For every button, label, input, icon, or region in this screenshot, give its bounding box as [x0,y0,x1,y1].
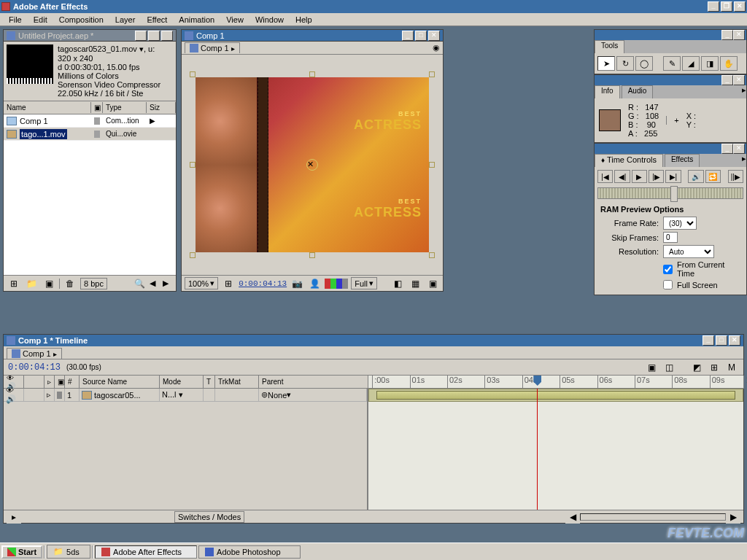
prev-frame-button[interactable]: ◀| [614,170,630,183]
skip-frames-input[interactable] [663,232,678,243]
project-close-button[interactable]: ✕ [161,31,173,41]
resolution-dropdown[interactable]: Full ▾ [351,277,377,289]
3d-view-icon[interactable]: ▣ [425,277,440,290]
expand-toggle[interactable]: ▹ [44,389,55,401]
info-flyout-icon[interactable]: ▸ [742,85,746,98]
layer-trkmat-dropdown[interactable] [215,389,259,401]
timeline-title[interactable]: Comp 1 * Timeline _ □ ✕ [4,335,743,346]
current-time-indicator[interactable] [537,389,538,510]
layer-mode-dropdown[interactable]: N...l ▾ [160,389,204,401]
viewer-maximize-button[interactable]: □ [415,31,427,41]
orbit-tool-icon[interactable]: ◯ [635,56,653,71]
expand-all-icon[interactable]: ▸ [7,510,21,524]
roi-icon[interactable]: ◧ [390,277,405,290]
safe-zones-icon[interactable]: ⊞ [221,277,236,290]
menu-edit[interactable]: Edit [28,14,53,26]
col-size[interactable]: Siz [147,102,176,113]
menu-view[interactable]: View [220,14,249,26]
menu-window[interactable]: Window [249,14,290,26]
project-panel-title[interactable]: Untitled Project.aep * _ □ ✕ [4,30,176,42]
viewer-canvas[interactable]: BESTACTRESS BESTACTRESS ✕ [182,55,443,275]
info-close-button[interactable]: ✕ [733,75,745,85]
first-frame-button[interactable]: |◀ [597,170,613,183]
restore-button[interactable]: ❐ [721,1,732,12]
info-minimize-button[interactable]: _ [721,75,733,85]
timeline-minimize-button[interactable]: _ [703,335,714,346]
channel-buttons[interactable] [325,279,348,289]
composition-preview[interactable]: BESTACTRESS BESTACTRESS ✕ [196,77,429,252]
shy-icon[interactable]: ◩ [689,361,704,374]
selection-tool-icon[interactable]: ➤ [597,56,615,71]
from-current-time-checkbox[interactable] [663,265,673,274]
next-frame-button[interactable]: |▶ [649,170,664,183]
viewer-popup-icon[interactable]: ◉ [433,43,440,52]
menu-composition[interactable]: Composition [53,14,109,26]
col-label-icon[interactable]: ▣ [91,102,103,113]
layer-label[interactable] [55,389,65,401]
label-swatch[interactable] [94,117,100,125]
timeline-maximize-button[interactable]: □ [716,335,727,346]
tab-time-controls[interactable]: ♦ Time Controls [595,154,663,167]
time-ruler[interactable]: :00s 01s 02s 03s 04s 05s 06s 07s 08s 09s… [368,376,743,389]
timeline-close-button[interactable]: ✕ [729,335,740,346]
frame-rate-dropdown[interactable]: (30) [663,217,697,230]
menu-help[interactable]: Help [290,14,318,26]
av-toggle[interactable]: 👁🔊 [4,389,24,401]
transparency-grid-icon[interactable]: ▦ [408,277,422,290]
menu-layer[interactable]: Layer [109,14,142,26]
tools-minimize-button[interactable]: _ [721,30,733,40]
quick-launch-folder[interactable]: 📁5ds [47,545,90,559]
loop-button[interactable]: 🔁 [705,170,721,183]
motion-blur-icon[interactable]: M [724,361,739,374]
layer-1-track[interactable] [368,389,743,402]
layer-parent-dropdown[interactable]: ⊚ None ▾ [259,389,367,401]
play-button[interactable]: ▶ [632,170,647,183]
jog-shuttle[interactable] [597,187,743,199]
eraser-tool-icon[interactable]: ◨ [701,56,719,71]
trash-icon[interactable]: 🗑 [63,277,77,290]
project-row-comp[interactable]: Comp 1 Com...tion ▶ [4,114,176,128]
col-name[interactable]: Name [4,102,91,113]
project-maximize-button[interactable]: □ [148,31,160,41]
timeline-tracks[interactable] [368,389,743,510]
task-after-effects[interactable]: Adobe After Effects [95,545,197,559]
col-type[interactable]: Type [103,102,147,113]
tab-effects[interactable]: Effects [665,154,700,167]
menu-animation[interactable]: Animation [173,14,220,26]
tab-info[interactable]: Info [595,85,620,98]
trkmat-header[interactable]: TrkMat [215,376,259,388]
zoom-out-time-icon[interactable]: ◀ [565,510,580,524]
mode-header[interactable]: Mode [160,376,204,388]
timeline-timecode[interactable]: 0:00:04:13 [8,362,61,373]
find-icon[interactable]: 🔍 [132,277,147,290]
switches-modes-button[interactable]: Switches / Modes [174,511,244,523]
bpc-button[interactable]: 8 bpc [80,278,107,289]
timectrl-minimize-button[interactable]: _ [721,144,733,154]
tab-tools[interactable]: Tools [595,40,624,53]
source-name-header[interactable]: Source Name [80,376,160,388]
interpret-footage-icon[interactable]: ⊞ [7,277,21,290]
project-row-movie[interactable]: tago...1.mov Qui...ovie [4,128,176,141]
timeline-tab[interactable]: Comp 1 ▸ [7,348,62,359]
paint-tool-icon[interactable]: ◢ [682,56,700,71]
timecode-hotlink[interactable]: 0:00:04:13 [239,279,287,288]
pen-tool-icon[interactable]: ✎ [663,56,681,71]
hand-tool-icon[interactable]: ✋ [720,56,738,71]
audio-button[interactable]: 🔊 [688,170,703,183]
resolution-ram-dropdown[interactable]: Auto [663,245,714,258]
menu-file[interactable]: File [3,14,28,26]
viewer-minimize-button[interactable]: _ [402,31,414,41]
new-comp-icon[interactable]: ▣ [42,277,56,290]
asset-thumbnail[interactable] [7,44,53,84]
snapshot-icon[interactable]: 📷 [290,277,304,290]
timectrl-flyout-icon[interactable]: ▸ [742,154,746,167]
timectrl-close-button[interactable]: ✕ [733,144,745,154]
lock-cell[interactable] [24,389,44,401]
last-frame-button[interactable]: ▶| [665,170,681,183]
resolution-icon[interactable]: ◫ [662,361,676,374]
label-swatch[interactable] [94,131,100,138]
new-folder-icon[interactable]: 📁 [24,277,39,290]
rotate-tool-icon[interactable]: ↻ [616,56,634,71]
viewer-tab[interactable]: Comp 1 ▸ [185,42,240,53]
tab-audio[interactable]: Audio [622,85,654,98]
